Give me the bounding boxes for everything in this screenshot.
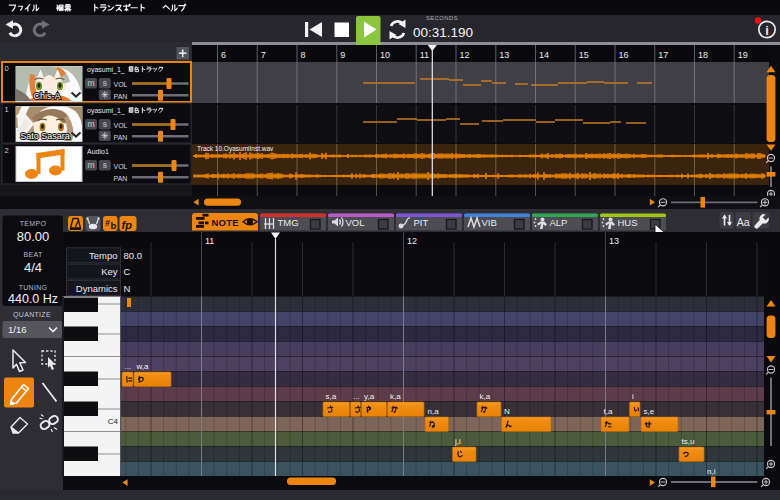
svg-text:TUNING: TUNING bbox=[19, 284, 48, 291]
svg-text:NOTE: NOTE bbox=[212, 217, 239, 228]
svg-text:TMG: TMG bbox=[278, 217, 299, 228]
svg-text:s,a: s,a bbox=[326, 392, 337, 401]
svg-text:VOL: VOL bbox=[346, 217, 365, 228]
svg-text:PAN: PAN bbox=[114, 134, 128, 141]
svg-text:14: 14 bbox=[539, 50, 549, 60]
svg-text:ts,u: ts,u bbox=[682, 437, 695, 446]
svg-text:TEMPO: TEMPO bbox=[20, 220, 47, 227]
svg-text:7: 7 bbox=[261, 50, 266, 60]
svg-text:15: 15 bbox=[579, 50, 589, 60]
svg-text:C4: C4 bbox=[108, 417, 119, 426]
svg-text:8: 8 bbox=[301, 50, 306, 60]
svg-text:80.00: 80.00 bbox=[17, 229, 50, 244]
svg-text:ALP: ALP bbox=[550, 217, 568, 228]
svg-text:s: s bbox=[102, 160, 107, 170]
svg-text:Chis-A: Chis-A bbox=[33, 91, 60, 101]
svg-text:n,a: n,a bbox=[428, 407, 440, 416]
svg-text:Dynamics: Dynamics bbox=[76, 283, 118, 294]
svg-text:1: 1 bbox=[5, 105, 9, 114]
svg-text:SECONDS: SECONDS bbox=[426, 15, 458, 21]
svg-text:0: 0 bbox=[5, 64, 9, 73]
svg-text:fp: fp bbox=[122, 219, 133, 231]
svg-text:17: 17 bbox=[658, 50, 668, 60]
svg-text:PAN: PAN bbox=[114, 93, 128, 100]
svg-text:w,a: w,a bbox=[136, 362, 150, 371]
svg-text:#: # bbox=[105, 218, 110, 228]
svg-text:13: 13 bbox=[609, 236, 619, 246]
svg-text:Tempo: Tempo bbox=[89, 250, 118, 261]
svg-text:m: m bbox=[87, 160, 95, 170]
svg-text:9: 9 bbox=[340, 50, 345, 60]
svg-text:10: 10 bbox=[380, 50, 390, 60]
svg-text:N: N bbox=[504, 407, 510, 416]
svg-text:j,i: j,i bbox=[454, 437, 461, 446]
svg-text:BEAT: BEAT bbox=[24, 251, 43, 258]
svg-text:b: b bbox=[111, 220, 117, 231]
svg-text:Sato Sasara: Sato Sasara bbox=[20, 131, 70, 141]
svg-text:00:31.190: 00:31.190 bbox=[413, 25, 473, 40]
svg-text:s: s bbox=[102, 119, 107, 129]
svg-text:QUANTIZE: QUANTIZE bbox=[13, 311, 51, 319]
svg-text:m: m bbox=[87, 78, 95, 88]
svg-text:m: m bbox=[87, 119, 95, 129]
svg-text:12: 12 bbox=[407, 236, 417, 246]
svg-text:VOL: VOL bbox=[114, 122, 128, 129]
svg-text:...: ... bbox=[125, 362, 132, 371]
svg-text:k,a: k,a bbox=[480, 392, 491, 401]
svg-text:Track 10.OyasumiInst.wav: Track 10.OyasumiInst.wav bbox=[197, 145, 274, 153]
svg-text:i: i bbox=[765, 23, 769, 38]
svg-text:VOL: VOL bbox=[114, 163, 128, 170]
svg-text:18: 18 bbox=[698, 50, 708, 60]
svg-text:1/16: 1/16 bbox=[8, 324, 27, 335]
svg-text:t,a: t,a bbox=[604, 407, 613, 416]
svg-text:VOL: VOL bbox=[114, 81, 128, 88]
svg-text:11: 11 bbox=[205, 236, 214, 246]
svg-text:11: 11 bbox=[420, 50, 429, 60]
svg-text:s: s bbox=[102, 78, 107, 88]
svg-text:19: 19 bbox=[738, 50, 748, 60]
svg-text:Audio1: Audio1 bbox=[87, 148, 109, 155]
svg-text:80.0: 80.0 bbox=[124, 250, 143, 261]
svg-text:k,a: k,a bbox=[390, 392, 401, 401]
svg-text:oyasumi_1_: oyasumi_1_ bbox=[87, 107, 125, 115]
svg-text:VIB: VIB bbox=[482, 217, 497, 228]
svg-text:s,e: s,e bbox=[644, 407, 655, 416]
svg-text:4/4: 4/4 bbox=[24, 260, 42, 275]
svg-text:12: 12 bbox=[460, 50, 470, 60]
svg-text:oyasumi_1_: oyasumi_1_ bbox=[87, 66, 125, 74]
svg-text:...: ... bbox=[353, 392, 360, 401]
svg-text:2: 2 bbox=[5, 146, 9, 155]
svg-text:n,i: n,i bbox=[707, 467, 716, 476]
svg-text:440.0 Hz: 440.0 Hz bbox=[8, 292, 58, 306]
svg-text:N: N bbox=[124, 283, 131, 294]
svg-text:i: i bbox=[632, 392, 634, 401]
svg-text:Key: Key bbox=[101, 266, 118, 277]
svg-text:PIT: PIT bbox=[414, 217, 429, 228]
svg-text:16: 16 bbox=[619, 50, 629, 60]
svg-text:Aa: Aa bbox=[737, 216, 750, 228]
svg-text:HUS: HUS bbox=[618, 217, 638, 228]
svg-text:6: 6 bbox=[221, 50, 226, 60]
svg-text:C: C bbox=[124, 266, 131, 277]
svg-text:PAN: PAN bbox=[114, 175, 128, 182]
svg-text:13: 13 bbox=[499, 50, 509, 60]
svg-text:y,a: y,a bbox=[364, 392, 375, 401]
